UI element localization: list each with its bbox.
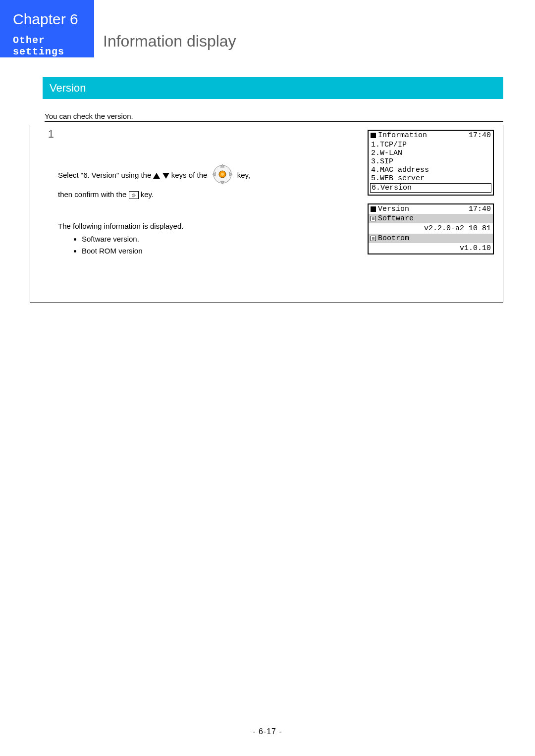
screen-information: Information 17:40 1.TCP/IP 2.W-LAN 3.SIP… xyxy=(368,130,494,196)
menu-item: 3.SIP xyxy=(371,157,490,166)
step-line1: Select "6. Version" using the keys of th… xyxy=(58,162,364,189)
square-icon xyxy=(371,133,376,138)
value-bootrom: v1.0.10 xyxy=(369,243,493,253)
menu-item: 5.WEB server xyxy=(371,174,490,183)
page-header: Chapter 6 Other settings Information dis… xyxy=(0,0,535,57)
up-icon xyxy=(153,173,160,179)
screen-titlebar: Information 17:40 xyxy=(369,131,493,140)
menu-item: 4.MAC address xyxy=(371,166,490,174)
step-line2: then confirm with the ◎ key. xyxy=(58,189,364,200)
row-bootrom: Bootrom xyxy=(369,234,493,243)
square-icon xyxy=(371,206,376,212)
chapter-label: Chapter 6 xyxy=(13,11,94,28)
section-heading: Version xyxy=(43,77,503,99)
value-software: v2.2.0-a2 10 81 xyxy=(369,223,493,234)
page-number: - 6-17 - xyxy=(0,727,535,736)
title-block: Information display xyxy=(94,0,535,57)
bullet-item: Boot ROM version xyxy=(82,246,364,256)
section-intro: You can check the version. xyxy=(45,112,503,122)
manual-page: Chapter 6 Other settings Information dis… xyxy=(0,0,535,756)
display-intro: The following information is displayed. xyxy=(58,221,364,232)
menu-item: 1.TCP/IP xyxy=(371,141,490,149)
screen-title-text: Information xyxy=(378,131,427,140)
chapter-block: Chapter 6 Other settings xyxy=(0,0,94,57)
step-number: 1 xyxy=(30,125,58,302)
screen-titlebar: Version 17:40 xyxy=(369,204,493,214)
ok-key-icon: ◎ xyxy=(129,191,139,199)
box-icon xyxy=(371,236,376,241)
device-screens: Information 17:40 1.TCP/IP 2.W-LAN 3.SIP… xyxy=(368,125,503,302)
box-icon xyxy=(371,216,376,221)
bullet-item: Software version. xyxy=(82,234,364,245)
chapter-subtitle: Other settings xyxy=(13,35,94,57)
navpad-icon xyxy=(211,162,234,189)
step-block: 1 Select "6. Version" using the keys of … xyxy=(30,125,503,302)
row-software: Software xyxy=(369,214,493,223)
menu-item-selected: 6.Version xyxy=(370,183,491,193)
svg-point-6 xyxy=(221,173,224,176)
menu-item: 2.W-LAN xyxy=(371,149,490,157)
page-title: Information display xyxy=(94,32,236,57)
display-bullets: Software version. Boot ROM version xyxy=(73,234,364,256)
screen-rows: Software v2.2.0-a2 10 81 Bootrom v1.0.10 xyxy=(369,214,493,253)
step-body: Select "6. Version" using the keys of th… xyxy=(58,125,368,302)
screen-version: Version 17:40 Software v2.2.0-a2 10 81 B… xyxy=(368,203,494,254)
down-icon xyxy=(162,173,169,179)
clock-label: 17:40 xyxy=(469,131,491,140)
clock-label: 17:40 xyxy=(469,205,491,213)
screen-title-text: Version xyxy=(378,205,409,213)
screen-menu: 1.TCP/IP 2.W-LAN 3.SIP 4.MAC address 5.W… xyxy=(369,140,493,195)
